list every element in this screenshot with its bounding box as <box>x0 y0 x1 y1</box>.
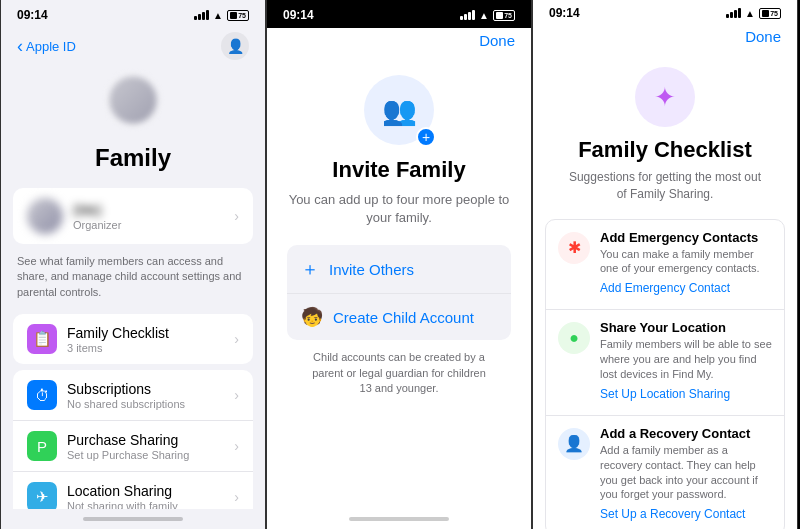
time-1: 09:14 <box>17 8 48 22</box>
done-button-2[interactable]: Done <box>479 32 515 49</box>
invite-footer: Child accounts can be created by a paren… <box>287 350 511 406</box>
invite-content: 👥 + Invite Family You can add up to four… <box>267 55 531 509</box>
purchase-icon: P <box>27 431 57 461</box>
time-3: 09:14 <box>549 6 580 20</box>
family-avatar-group <box>98 74 168 134</box>
create-child-row[interactable]: 🧒 Create Child Account <box>287 294 511 340</box>
create-child-label: Create Child Account <box>333 309 474 326</box>
screen-family: Family (Me) Organizer › See what family … <box>1 66 265 509</box>
chevron-purchase: › <box>234 438 239 454</box>
battery-3: 75 <box>759 8 781 19</box>
ci-link-location[interactable]: Set Up Location Sharing <box>600 387 772 401</box>
location-sub: Not sharing with family <box>67 500 224 509</box>
checklist-item-emergency: ✱ Add Emergency Contacts You can make a … <box>546 220 784 311</box>
home-indicator-1 <box>1 509 265 529</box>
time-2: 09:14 <box>283 8 314 22</box>
subscriptions-info: Subscriptions No shared subscriptions <box>67 381 224 410</box>
family-options-card: 📋 Family Checklist 3 items › <box>13 314 253 364</box>
status-bar-1: 09:14 ▲ 75 <box>1 0 265 28</box>
checklist-info: Family Checklist 3 items <box>67 325 224 354</box>
ci-body-recovery: Add a Recovery Contact Add a family memb… <box>600 426 772 521</box>
status-icons-3: ▲ 75 <box>726 8 781 19</box>
phone-2: 09:14 ▲ 75 Done 👥 + Invite Family You ca… <box>266 0 532 529</box>
ci-body-emergency: Add Emergency Contacts You can make a fa… <box>600 230 772 296</box>
create-child-icon: 🧒 <box>301 306 323 328</box>
phone-3: 09:14 ▲ 75 Done ✦ Family Checklist Sugge… <box>532 0 798 529</box>
ci-header-emergency: ✱ Add Emergency Contacts You can make a … <box>558 230 772 296</box>
family-avatar <box>107 74 159 126</box>
ci-icon-location: ● <box>558 322 590 354</box>
nav-bar-3: Done <box>533 24 797 51</box>
checklist-sub: 3 items <box>67 342 224 354</box>
ci-header-location: ● Share Your Location Family members wil… <box>558 320 772 401</box>
chevron-location: › <box>234 489 239 505</box>
member-info: (Me) Organizer <box>73 202 224 231</box>
invite-family-icon: 👥 + <box>364 75 434 145</box>
home-bar-2 <box>349 517 449 521</box>
purchase-info: Purchase Sharing Set up Purchase Sharing <box>67 432 224 461</box>
wifi-icon-3: ▲ <box>745 8 755 19</box>
family-services-card: ⏱ Subscriptions No shared subscriptions … <box>13 370 253 509</box>
subscriptions-row[interactable]: ⏱ Subscriptions No shared subscriptions … <box>13 370 253 421</box>
status-icons-2: ▲ 75 <box>460 10 515 21</box>
phone-1: 09:14 ▲ 75 Apple ID 👤 Family <box>0 0 266 529</box>
ci-title-recovery: Add a Recovery Contact <box>600 426 772 441</box>
ci-desc-emergency: You can make a family member one of your… <box>600 247 772 277</box>
checklist-page-title: Family Checklist <box>578 137 752 163</box>
subscriptions-title: Subscriptions <box>67 381 224 397</box>
subscriptions-icon: ⏱ <box>27 380 57 410</box>
location-sharing-row[interactable]: ✈ Location Sharing Not sharing with fami… <box>13 472 253 509</box>
done-button-3[interactable]: Done <box>745 28 781 45</box>
back-button-1[interactable]: Apple ID <box>17 37 76 55</box>
person-icon-1[interactable]: 👤 <box>221 32 249 60</box>
chevron-subscriptions: › <box>234 387 239 403</box>
checklist-item-recovery: 👤 Add a Recovery Contact Add a family me… <box>546 416 784 529</box>
ci-body-location: Share Your Location Family members will … <box>600 320 772 401</box>
purchase-sharing-row[interactable]: P Purchase Sharing Set up Purchase Shari… <box>13 421 253 472</box>
location-title: Location Sharing <box>67 483 224 499</box>
member-avatar <box>27 198 63 234</box>
signal-bars-1 <box>194 10 209 20</box>
checklist-content: ✦ Family Checklist Suggestions for getti… <box>533 51 797 529</box>
invite-subtitle: You can add up to four more people to yo… <box>287 191 511 227</box>
member-row[interactable]: (Me) Organizer › <box>13 188 253 244</box>
location-dot-icon: ● <box>569 329 579 347</box>
family-section-text: See what family members can access and s… <box>1 250 265 308</box>
person-icon-recovery: 👤 <box>564 434 584 453</box>
invite-others-row[interactable]: ＋ Invite Others <box>287 245 511 294</box>
family-title: Family <box>95 144 171 172</box>
ci-link-emergency[interactable]: Add Emergency Contact <box>600 281 772 295</box>
ci-title-location: Share Your Location <box>600 320 772 335</box>
wifi-icon-1: ▲ <box>213 10 223 21</box>
nav-bar-1: Apple ID 👤 <box>1 28 265 66</box>
ci-desc-location: Family members will be able to see where… <box>600 337 772 382</box>
home-indicator-2 <box>267 509 531 529</box>
checklist-item-location: ● Share Your Location Family members wil… <box>546 310 784 416</box>
member-role: Organizer <box>73 219 224 231</box>
invite-options-card: ＋ Invite Others 🧒 Create Child Account <box>287 245 511 340</box>
plus-badge: + <box>416 127 436 147</box>
location-icon: ✈ <box>27 482 57 509</box>
nav-bar-2: Done <box>267 28 531 55</box>
invite-others-label: Invite Others <box>329 261 414 278</box>
checklist-page-sub: Suggestions for getting the most out of … <box>553 169 777 203</box>
ci-icon-recovery: 👤 <box>558 428 590 460</box>
checklist-items-card: ✱ Add Emergency Contacts You can make a … <box>545 219 785 529</box>
ci-title-emergency: Add Emergency Contacts <box>600 230 772 245</box>
battery-1: 75 <box>227 10 249 21</box>
chevron-checklist: › <box>234 331 239 347</box>
checklist-icon: 📋 <box>27 324 57 354</box>
ci-header-recovery: 👤 Add a Recovery Contact Add a family me… <box>558 426 772 521</box>
chevron-member: › <box>234 208 239 224</box>
family-checklist-row[interactable]: 📋 Family Checklist 3 items › <box>13 314 253 364</box>
screen-checklist: ✦ Family Checklist Suggestions for getti… <box>533 51 797 529</box>
purchase-sub: Set up Purchase Sharing <box>67 449 224 461</box>
wifi-icon-2: ▲ <box>479 10 489 21</box>
family-header: Family <box>1 66 265 182</box>
screen-invite: 👥 + Invite Family You can add up to four… <box>267 55 531 509</box>
checklist-title: Family Checklist <box>67 325 224 341</box>
location-info: Location Sharing Not sharing with family <box>67 483 224 509</box>
status-icons-1: ▲ 75 <box>194 10 249 21</box>
ci-link-recovery[interactable]: Set Up a Recovery Contact <box>600 507 772 521</box>
battery-2: 75 <box>493 10 515 21</box>
